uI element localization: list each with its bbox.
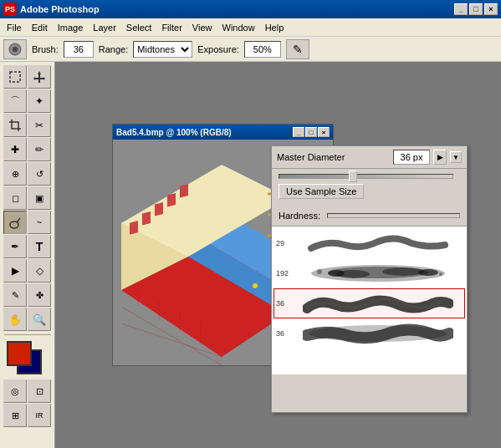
brush-preview-36a bbox=[293, 292, 463, 315]
brush-item-29[interactable]: 29 bbox=[274, 228, 465, 258]
doc-maximize-btn[interactable]: □ bbox=[305, 127, 317, 137]
content-area: Bad5.4.bmp @ 100% (RGB/8) _ □ × bbox=[55, 62, 501, 448]
color-swatches[interactable] bbox=[7, 341, 49, 376]
menu-window[interactable]: Window bbox=[217, 21, 260, 34]
svg-rect-16 bbox=[180, 184, 188, 198]
close-button[interactable]: × bbox=[484, 3, 498, 15]
heal-tool[interactable]: ✚ bbox=[3, 138, 27, 161]
svg-point-24 bbox=[253, 283, 258, 288]
exposure-input[interactable] bbox=[244, 41, 281, 58]
smudge-tool[interactable]: ~ bbox=[28, 211, 51, 234]
gradient-tool[interactable]: ▣ bbox=[28, 186, 51, 210]
tool-row-3: ✂ bbox=[3, 114, 51, 137]
document-title: Bad5.4.bmp @ 100% (RGB/8) bbox=[116, 128, 292, 137]
menu-layer[interactable]: Layer bbox=[88, 21, 121, 34]
svg-marker-3 bbox=[33, 71, 45, 83]
brush-list-inner: 29 192 bbox=[272, 227, 467, 350]
brush-size-label-36a: 36 bbox=[276, 299, 293, 308]
doc-minimize-btn[interactable]: _ bbox=[293, 127, 304, 137]
sidebar-collapse-btn[interactable]: ▼ bbox=[450, 151, 462, 163]
brush-tool[interactable]: ✏ bbox=[28, 138, 51, 161]
diameter-slider-thumb[interactable] bbox=[349, 171, 357, 182]
brush-size-label-29: 29 bbox=[276, 239, 293, 247]
brush-preview-36b bbox=[293, 322, 463, 345]
brush-list[interactable]: 29 192 bbox=[272, 226, 467, 374]
svg-rect-2 bbox=[10, 72, 20, 82]
zoom-tool[interactable]: 🔍 bbox=[28, 308, 51, 331]
brush-size-label-36b: 36 bbox=[276, 329, 293, 338]
brush-size-input[interactable] bbox=[64, 41, 94, 58]
diameter-slider-row bbox=[279, 174, 460, 179]
stamp-tool[interactable]: ⊕ bbox=[3, 162, 27, 186]
screen-mode[interactable]: ⊞ bbox=[3, 404, 27, 427]
brush-item-36-selected[interactable]: 36 bbox=[274, 288, 465, 318]
app-icon: PS bbox=[3, 3, 17, 16]
use-sample-size-button[interactable]: Use Sample Size bbox=[279, 184, 364, 199]
airbrush-toggle[interactable]: ✎ bbox=[286, 39, 309, 59]
range-select[interactable]: Midtones Shadows Highlights bbox=[133, 41, 192, 58]
shape-tool[interactable]: ◇ bbox=[28, 259, 51, 283]
tool-row-10: ✎ ✤ bbox=[3, 283, 51, 307]
edit-jump[interactable]: IR bbox=[28, 404, 51, 427]
hand-tool[interactable]: ✋ bbox=[3, 308, 27, 331]
tool-row-2: ⌒ ✦ bbox=[3, 89, 51, 113]
brush-item-36b[interactable]: 36 bbox=[274, 318, 465, 349]
doc-close-btn[interactable]: × bbox=[318, 127, 330, 137]
hardness-slider-track[interactable] bbox=[327, 213, 460, 218]
svg-point-36 bbox=[382, 267, 424, 276]
svg-point-1 bbox=[13, 47, 18, 52]
tool-row-11: ✋ 🔍 bbox=[3, 308, 51, 331]
foreground-color-swatch[interactable] bbox=[7, 341, 32, 366]
diameter-arrow-button[interactable]: ▶ bbox=[433, 150, 447, 165]
master-diameter-input[interactable] bbox=[393, 150, 430, 165]
diameter-slider-track[interactable] bbox=[279, 174, 453, 179]
history-tool[interactable]: ↺ bbox=[28, 162, 51, 186]
svg-point-23 bbox=[227, 292, 233, 297]
svg-point-25 bbox=[177, 296, 182, 301]
app-title-bar: PS Adobe Photoshop _ □ × bbox=[0, 0, 501, 18]
crop-tool[interactable] bbox=[3, 114, 27, 137]
tool-row-7: ~ bbox=[3, 211, 51, 234]
master-diameter-label: Master Diameter bbox=[277, 152, 345, 162]
left-toolbar: ⌒ ✦ ✂ ✚ ✏ ⊕ ↺ ◻ ▣ bbox=[0, 62, 55, 448]
svg-point-38 bbox=[418, 269, 438, 276]
svg-rect-12 bbox=[130, 221, 138, 235]
brush-panel: Master Diameter ▶ ▼ Use Sample Size Hard… bbox=[271, 145, 468, 413]
lasso-tool[interactable]: ⌒ bbox=[3, 89, 27, 113]
menu-select[interactable]: Select bbox=[121, 21, 157, 34]
brush-preview-192 bbox=[293, 262, 463, 285]
pen-tool[interactable]: ✒ bbox=[3, 235, 27, 258]
app-title: Adobe Photoshop bbox=[20, 4, 454, 14]
type-tool[interactable]: T bbox=[28, 235, 51, 258]
brush-item-192[interactable]: 192 bbox=[274, 258, 465, 288]
menu-view[interactable]: View bbox=[187, 21, 217, 34]
menu-file[interactable]: File bbox=[2, 21, 27, 34]
tool-row-5: ⊕ ↺ bbox=[3, 162, 51, 186]
menu-bar: File Edit Image Layer Select Filter View… bbox=[0, 18, 501, 37]
tool-preset-picker[interactable] bbox=[3, 39, 27, 59]
main-area: ⌒ ✦ ✂ ✚ ✏ ⊕ ↺ ◻ ▣ bbox=[0, 62, 501, 448]
dodge-tool[interactable] bbox=[3, 211, 27, 234]
eyedropper-tool[interactable]: ✤ bbox=[28, 283, 51, 307]
notes-tool[interactable]: ✎ bbox=[3, 283, 27, 307]
tool-row-6: ◻ ▣ bbox=[3, 186, 51, 210]
svg-point-39 bbox=[317, 269, 322, 274]
menu-edit[interactable]: Edit bbox=[27, 21, 53, 34]
menu-filter[interactable]: Filter bbox=[156, 21, 187, 34]
path-select-tool[interactable]: ▶ bbox=[3, 259, 27, 283]
range-label: Range: bbox=[99, 44, 128, 54]
move-tool[interactable] bbox=[28, 65, 51, 89]
magic-wand-tool[interactable]: ✦ bbox=[28, 89, 51, 113]
minimize-button[interactable]: _ bbox=[454, 3, 468, 15]
edit-mask-mode[interactable]: ◎ bbox=[3, 379, 27, 403]
marquee-tool[interactable] bbox=[3, 65, 27, 89]
maximize-button[interactable]: □ bbox=[469, 3, 483, 15]
document-title-bar: Bad5.4.bmp @ 100% (RGB/8) _ □ × bbox=[113, 125, 333, 140]
diameter-section: Use Sample Size bbox=[272, 169, 467, 207]
hardness-label: Hardness: bbox=[279, 211, 320, 221]
menu-help[interactable]: Help bbox=[260, 21, 289, 34]
standard-mode[interactable]: ⊡ bbox=[28, 379, 51, 403]
slice-tool[interactable]: ✂ bbox=[28, 114, 51, 137]
menu-image[interactable]: Image bbox=[53, 21, 89, 34]
eraser-tool[interactable]: ◻ bbox=[3, 186, 27, 210]
